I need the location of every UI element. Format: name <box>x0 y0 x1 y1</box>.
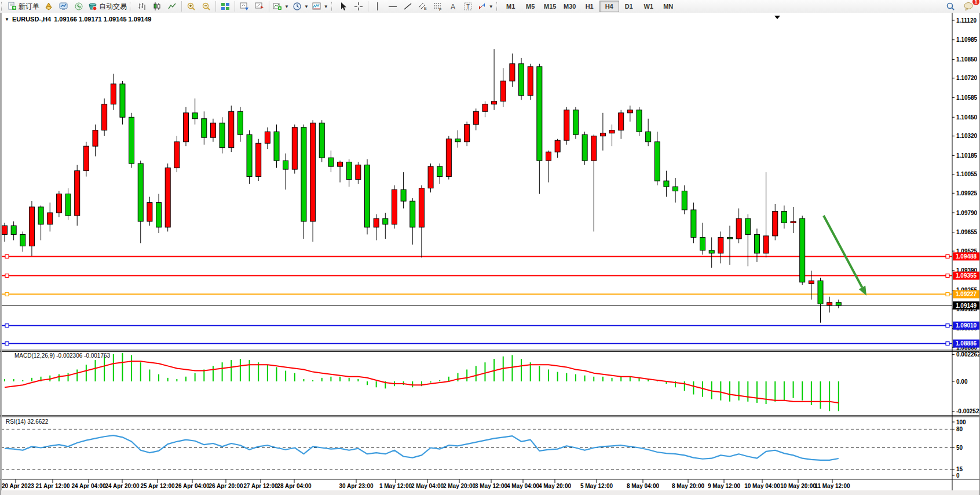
tile-windows-button[interactable] <box>218 0 233 13</box>
svg-text:0.002262: 0.002262 <box>956 351 980 358</box>
svg-text:1.10720: 1.10720 <box>956 75 978 81</box>
timeframe-m15-button[interactable]: M15 <box>540 1 560 12</box>
price-tag-resistance-1: 1.09488 <box>953 252 979 260</box>
svg-text:100: 100 <box>956 419 966 425</box>
svg-text:11 May 12:00: 11 May 12:00 <box>814 483 850 489</box>
periods-button[interactable]: ▼ <box>291 0 310 13</box>
timeframe-h1-button[interactable]: H1 <box>580 1 599 12</box>
svg-text:5 May 12:00: 5 May 12:00 <box>580 483 613 489</box>
svg-text:24 Apr 04:00: 24 Apr 04:00 <box>71 483 106 489</box>
svg-text:26 Apr 04:00: 26 Apr 04:00 <box>175 483 210 489</box>
community-button[interactable]: 1 <box>961 0 977 13</box>
chart-canvas[interactable]: 1.111201.109851.108501.107201.105851.104… <box>0 13 980 495</box>
arrows-tool-button[interactable]: ▼ <box>476 0 495 13</box>
toolbar-separator <box>215 1 216 12</box>
styler-button[interactable] <box>41 0 56 13</box>
arrows-icon <box>477 2 487 11</box>
vertical-line-tool-button[interactable] <box>370 0 385 13</box>
cursor-tool-button[interactable] <box>336 0 351 13</box>
zoom-out-button[interactable] <box>199 0 214 13</box>
signal-icon <box>74 2 83 11</box>
channel-tool-button[interactable]: E <box>415 0 430 13</box>
svg-text:1.09010: 1.09010 <box>956 322 977 329</box>
svg-text:28 Apr 04:00: 28 Apr 04:00 <box>277 483 312 489</box>
toolbar-grip <box>331 2 334 11</box>
svg-text:E: E <box>424 6 427 10</box>
new-order-button[interactable]: 新订单 <box>6 0 41 13</box>
signal-button[interactable] <box>71 0 86 13</box>
toolbar: 新订单 自动交易 <box>0 0 980 13</box>
mt4-window: 新订单 自动交易 <box>0 0 980 495</box>
svg-text:0.00: 0.00 <box>956 378 968 385</box>
bar-chart-button[interactable] <box>134 0 149 13</box>
svg-text:4 May 20:00: 4 May 20:00 <box>539 483 572 489</box>
chevron-down-icon: ▼ <box>304 4 309 9</box>
trendline-tool-button[interactable] <box>400 0 415 13</box>
zoom-in-button[interactable] <box>184 0 199 13</box>
timeframe-m1-button[interactable]: M1 <box>501 1 521 12</box>
indicators-button[interactable]: ▼ <box>271 0 291 13</box>
gold-cone-icon <box>44 2 53 11</box>
timeframe-mn-button[interactable]: MN <box>659 1 678 12</box>
chevron-down-icon: ▼ <box>324 4 328 9</box>
autotrade-icon <box>88 2 97 11</box>
svg-text:8 May 04:00: 8 May 04:00 <box>627 483 660 489</box>
svg-text:2 May 04:00: 2 May 04:00 <box>411 483 444 489</box>
toolbar-grip <box>1 2 4 11</box>
svg-text:1.10850: 1.10850 <box>956 56 978 63</box>
svg-text:1.10320: 1.10320 <box>956 133 978 139</box>
svg-text:1.09488: 1.09488 <box>956 253 977 260</box>
trendline-icon <box>403 2 412 11</box>
price-tag-current: 1.09149 <box>953 301 979 310</box>
svg-text:3 May 12:00: 3 May 12:00 <box>475 483 508 489</box>
timeframe-m5-button[interactable]: M5 <box>521 1 540 12</box>
templates-button[interactable]: ▼ <box>310 0 330 13</box>
svg-text:80: 80 <box>956 426 963 432</box>
price-tag-support-1: 1.09010 <box>953 322 979 330</box>
fibonacci-tool-button[interactable]: F <box>430 0 445 13</box>
timeframe-m30-button[interactable]: M30 <box>560 1 580 12</box>
market-watch-button[interactable] <box>56 0 71 13</box>
svg-text:1.09790: 1.09790 <box>956 210 978 216</box>
new-order-label: 新订单 <box>19 2 39 12</box>
symbol-dropdown-icon[interactable]: ▼ <box>5 17 9 22</box>
symbol-name: EURUSD-,H4 <box>12 16 51 23</box>
toolbar-grip <box>130 2 133 11</box>
price-tag-pivot-orange: 1.09227 <box>953 290 979 299</box>
svg-text:0: 0 <box>956 472 960 479</box>
clock-icon <box>292 2 302 11</box>
svg-text:50: 50 <box>956 445 963 451</box>
svg-text:24 Apr 20:00: 24 Apr 20:00 <box>105 483 140 489</box>
svg-text:4 May 04:00: 4 May 04:00 <box>507 483 540 489</box>
fibonacci-icon: F <box>433 2 443 11</box>
chart-window[interactable]: 1.111201.109851.108501.107201.105851.104… <box>0 13 980 495</box>
autotrade-button[interactable]: 自动交易 <box>86 0 129 13</box>
auto-arrange-button[interactable] <box>237 0 252 13</box>
horizontal-line-tool-button[interactable] <box>385 0 400 13</box>
line-chart-button[interactable] <box>164 0 180 13</box>
macd-indicator-label: MACD(12,26,9) -0.002306 -0.001763 <box>14 352 110 359</box>
chart-shift-button[interactable] <box>252 0 267 13</box>
zoom-out-icon <box>202 2 211 11</box>
candlestick-chart-button[interactable] <box>149 0 164 13</box>
svg-text:21 Apr 12:00: 21 Apr 12:00 <box>35 483 70 489</box>
symbol-quote: 1.09166 1.09171 1.09145 1.09149 <box>54 16 151 23</box>
svg-text:1.11120: 1.11120 <box>956 17 977 24</box>
svg-text:-0.002523: -0.002523 <box>956 408 980 414</box>
label-tool-button[interactable]: T <box>460 0 476 13</box>
line-chart-icon <box>167 2 177 11</box>
bar-chart-icon <box>137 2 147 11</box>
svg-text:9 May 12:00: 9 May 12:00 <box>708 483 741 489</box>
template-icon <box>312 2 321 11</box>
search-button[interactable] <box>943 0 958 13</box>
toolbar-separator <box>368 1 368 12</box>
text-tool-button[interactable]: A <box>445 0 460 13</box>
crosshair-tool-button[interactable] <box>351 0 366 13</box>
price-tag-support-2: 1.08886 <box>953 340 979 348</box>
timeframe-w1-button[interactable]: W1 <box>639 1 659 12</box>
timeframe-d1-button[interactable]: D1 <box>619 1 639 12</box>
text-label-icon: T <box>463 2 473 11</box>
tile-windows-icon <box>221 2 230 11</box>
timeframe-h4-button[interactable]: H4 <box>599 1 619 12</box>
chart-title: ▼ EURUSD-,H4 1.09166 1.09171 1.09145 1.0… <box>5 16 151 23</box>
